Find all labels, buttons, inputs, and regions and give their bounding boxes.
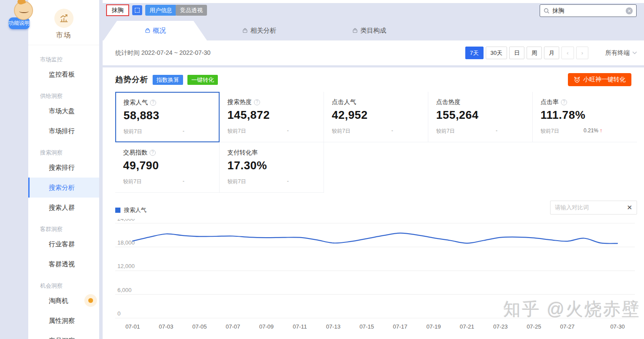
sidebar-item-search-analysis[interactable]: 搜索分析 [28,178,99,198]
market-icon [54,9,73,28]
sidebar-item-label: 淘商机 [49,297,68,304]
bag-icon [352,28,358,34]
svg-text:18,000: 18,000 [117,239,135,246]
up-arrow-icon: ↑ [600,128,602,134]
range-7d-button[interactable]: 7天 [465,47,484,59]
card-click-heat[interactable]: 点击热度 155,264 较前7日- [428,92,533,142]
next-period-button[interactable]: › [576,47,588,59]
stat-time-range: 统计时间 2022-07-24 ~ 2022-07-30 [115,40,210,65]
legend-swatch [115,208,120,213]
tab-overview[interactable]: 概况 [103,21,207,40]
compare-word-input[interactable]: 请输入对比词 ✕ [550,201,637,215]
compare-label: 较前7日 [123,178,142,185]
sidebar-item-customer-perspective[interactable]: 客群透视 [28,254,99,274]
sidebar-section-opportunity-insight: 机会洞察 [28,281,99,291]
sidebar-item-monitor-board[interactable]: 监控看板 [28,64,99,84]
trend-header: 趋势分析 指数换算 一键转化 [115,74,218,85]
sidebar: 市场 市场监控 监控看板 供给洞察 市场大盘 市场排行 搜索洞察 搜索排行 搜索… [28,0,99,339]
range-controls: 7天 30天 日 周 月 ‹ › 所有终端 [465,47,637,59]
change-value: - [496,128,497,135]
svg-text:07-21: 07-21 [460,323,474,330]
svg-text:12,000: 12,000 [117,263,135,269]
info-icon[interactable]: ? [150,100,156,106]
card-title: 搜索热度 [227,98,252,106]
range-month-button[interactable]: 月 [544,47,559,59]
filter-panel: 统计时间 2022-07-24 ~ 2022-07-30 7天 30天 日 周 … [103,40,644,65]
svg-text:6,000: 6,000 [117,287,132,293]
similar-words-icon[interactable] [132,5,142,15]
competitor-perspective-button[interactable]: 竞品透视 [176,5,207,16]
sidebar-section-supply-insight: 供给洞察 [28,91,99,101]
sidebar-item-tao-opportunity[interactable]: 淘商机 [28,291,99,311]
sidebar-item-market-overview[interactable]: 市场大盘 [28,101,99,121]
info-icon[interactable]: ? [561,99,567,105]
search-icon [544,8,550,14]
svg-text:07-05: 07-05 [192,323,207,330]
card-title: 搜索人气 [123,99,148,107]
sidebar-item-search-ranking[interactable]: 搜索排行 [28,158,99,178]
sidebar-item-search-crowd[interactable]: 搜索人群 [28,198,99,218]
clear-search-icon[interactable]: ✕ [626,7,633,14]
card-value: 42,952 [332,108,420,122]
info-icon[interactable]: ? [254,99,260,105]
change-value: - [287,128,289,135]
change-value: 0.21% [584,128,598,134]
mascot-avatar [14,1,33,20]
main-content: 抹胸 用户信息 竞品透视 抹胸 ✕ 概况 [103,0,644,339]
svg-text:07-23: 07-23 [493,323,507,330]
close-icon[interactable]: ✕ [627,204,632,211]
svg-text:07-15: 07-15 [360,323,374,330]
cat-icon [574,76,581,83]
card-search-heat[interactable]: 搜索热度? 145,872 较前7日- [220,92,324,142]
card-value: 17.30% [227,159,316,172]
sidebar-item-industry-customer[interactable]: 行业客群 [28,234,99,254]
one-key-convert-button[interactable]: 一键转化 [187,75,218,85]
change-value: - [183,178,184,185]
compare-label: 较前7日 [436,128,455,135]
card-value: 49,790 [123,159,211,172]
card-click-rate[interactable]: 点击率? 111.78% 较前7日0.21%↑ [533,92,637,142]
bag-icon [242,28,248,34]
prev-period-button[interactable]: ‹ [561,47,574,59]
card-payment-conversion[interactable]: 支付转化率 17.30% 较前7日- [220,142,324,193]
terminal-select[interactable]: 所有终端 [605,49,637,57]
tab-related-analysis[interactable]: 相关分析 [216,21,303,40]
user-info-button[interactable]: 用户信息 [145,5,177,16]
sidebar-item-product-insight[interactable]: 产品洞察 [28,331,99,339]
compare-label: 较前7日 [123,128,142,135]
chart-legend[interactable]: 搜索人气 [115,206,147,214]
terminal-label: 所有终端 [605,49,630,57]
sidebar-item-attribute-insight[interactable]: 属性洞察 [28,311,99,331]
trend-panel: 趋势分析 指数换算 一键转化 小旺神一键转化 搜索人气? 58,883 较前7日… [103,67,644,339]
helper-mascot[interactable]: 功能说明 [9,1,35,29]
card-search-popularity[interactable]: 搜索人气? 58,883 较前7日- [115,92,220,142]
tab-label: 类目构成 [360,27,387,35]
svg-text:24,000: 24,000 [117,219,135,222]
compare-label: 较前7日 [332,128,350,135]
tab-category-composition[interactable]: 类目构成 [326,21,413,40]
tab-bar: 概况 相关分析 类目构成 [103,21,644,40]
card-title: 点击率 [541,98,559,106]
tab-label: 概况 [153,27,166,35]
svg-text:07-13: 07-13 [326,323,340,330]
svg-text:07-03: 07-03 [159,323,173,330]
svg-text:07-19: 07-19 [426,323,440,330]
xiaowangshen-convert-button[interactable]: 小旺神一键转化 [568,73,631,86]
range-30d-button[interactable]: 30天 [486,47,507,59]
card-transaction-index[interactable]: 交易指数? 49,790 较前7日- [115,142,220,193]
sidebar-menu: 市场监控 监控看板 供给洞察 市场大盘 市场排行 搜索洞察 搜索排行 搜索分析 … [28,45,99,339]
change-value: - [287,178,289,185]
card-title: 点击热度 [436,98,460,106]
range-day-button[interactable]: 日 [509,47,524,59]
sidebar-item-market-ranking[interactable]: 市场排行 [28,121,99,141]
keyword-box[interactable]: 抹胸 [106,4,129,16]
sidebar-section-search-insight: 搜索洞察 [28,148,99,158]
range-week-button[interactable]: 周 [527,47,542,59]
card-title: 交易指数 [123,149,147,157]
search-input[interactable]: 抹胸 ✕ [540,4,637,17]
sidebar-app-header[interactable]: 市场 [28,0,99,45]
index-convert-button[interactable]: 指数换算 [153,75,183,85]
info-icon[interactable]: ? [150,150,156,156]
card-click-popularity[interactable]: 点击人气 42,952 较前7日- [324,92,428,142]
compare-label: 较前7日 [227,178,246,185]
